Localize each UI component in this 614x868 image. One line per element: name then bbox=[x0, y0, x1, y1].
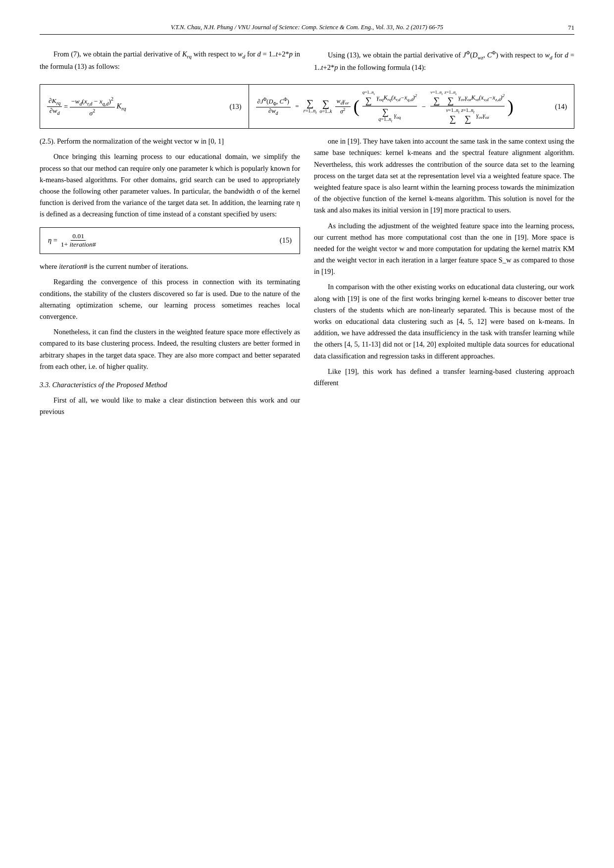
header-text: V.T.N. Chau, N.H. Phung / VNU Journal of… bbox=[171, 24, 443, 31]
right-column: one in [19]. They have taken into accoun… bbox=[314, 136, 574, 421]
subsection-title: 3.3. Characteristics of the Proposed Met… bbox=[40, 379, 300, 391]
left-para-5: First of all, we would like to make a cl… bbox=[40, 395, 300, 417]
right-para-2: As including the adjustment of the weigh… bbox=[314, 220, 574, 278]
right-para-3: In comparison with the other existing wo… bbox=[314, 281, 574, 361]
formula-15-number: (15) bbox=[280, 236, 292, 245]
left-where-text: where iteration# is the current number o… bbox=[40, 261, 300, 272]
journal-header: V.T.N. Chau, N.H. Phung / VNU Journal of… bbox=[40, 24, 574, 35]
formula-14: ∂JΦ(DΦ, CΦ) ∂wd = ∑ r=1..nt ∑ o=1..k bbox=[249, 85, 574, 128]
formula-region-13-14: ∂Krq ∂wd = −wd(xr,d − xq,d)2 σ2 Krq (13)… bbox=[40, 84, 574, 129]
page-number: 71 bbox=[568, 24, 574, 32]
left-para-3: Regarding the convergence of this proces… bbox=[40, 276, 300, 322]
formula-13: ∂Krq ∂wd = −wd(xr,d − xq,d)2 σ2 Krq (13) bbox=[40, 85, 249, 128]
left-para-4: Nonetheless, it can find the clusters in… bbox=[40, 326, 300, 372]
left-intro: From (7), we obtain the partial derivati… bbox=[40, 49, 300, 72]
right-para-1: one in [19]. They have taken into accoun… bbox=[314, 136, 574, 216]
formula-13-number: (13) bbox=[230, 102, 242, 111]
left-column: (2.5). Perform the normalization of the … bbox=[40, 136, 300, 421]
formula-15-content: η = 0.01 1+ iteration# bbox=[48, 233, 274, 249]
right-para-4: Like [19], this work has defined a trans… bbox=[314, 366, 574, 389]
formula-14-number: (14) bbox=[555, 102, 567, 111]
left-para-2: Once bringing this learning process to o… bbox=[40, 151, 300, 220]
right-intro: Using (13), we obtain the partial deriva… bbox=[314, 49, 574, 73]
formula-15-box: η = 0.01 1+ iteration# (15) bbox=[40, 227, 300, 255]
left-para-1: (2.5). Perform the normalization of the … bbox=[40, 136, 300, 147]
